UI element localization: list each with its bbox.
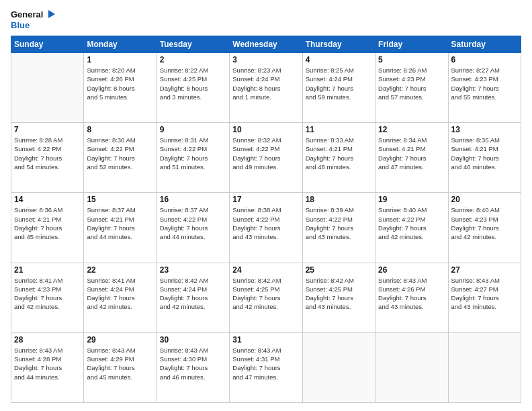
day-info: Sunrise: 8:37 AM Sunset: 4:21 PM Dayligh… xyxy=(87,205,153,241)
day-info: Sunrise: 8:20 AM Sunset: 4:26 PM Dayligh… xyxy=(87,66,153,101)
calendar-cell: 26Sunrise: 8:43 AM Sunset: 4:26 PM Dayli… xyxy=(375,263,448,332)
calendar-cell: 19Sunrise: 8:40 AM Sunset: 4:22 PM Dayli… xyxy=(375,193,448,263)
day-number: 5 xyxy=(378,55,445,64)
day-info: Sunrise: 8:31 AM Sunset: 4:22 PM Dayligh… xyxy=(160,136,226,171)
day-info: Sunrise: 8:40 AM Sunset: 4:23 PM Dayligh… xyxy=(451,205,518,241)
day-info: Sunrise: 8:41 AM Sunset: 4:23 PM Dayligh… xyxy=(14,276,81,312)
calendar-cell: 12Sunrise: 8:34 AM Sunset: 4:21 PM Dayli… xyxy=(375,123,448,193)
logo-graphic: General Blue xyxy=(11,8,56,30)
day-number: 4 xyxy=(306,55,372,64)
logo-blue: Blue xyxy=(11,20,30,30)
calendar-cell: 14Sunrise: 8:36 AM Sunset: 4:21 PM Dayli… xyxy=(11,193,84,263)
weekday-header-tuesday: Tuesday xyxy=(157,36,229,53)
day-number: 21 xyxy=(14,265,81,275)
day-info: Sunrise: 8:30 AM Sunset: 4:22 PM Dayligh… xyxy=(87,136,153,171)
calendar-cell: 22Sunrise: 8:41 AM Sunset: 4:24 PM Dayli… xyxy=(84,263,157,332)
logo: General Blue xyxy=(11,8,56,30)
calendar-cell: 11Sunrise: 8:33 AM Sunset: 4:21 PM Dayli… xyxy=(302,123,375,193)
weekday-header-monday: Monday xyxy=(84,36,157,53)
calendar-cell: 16Sunrise: 8:37 AM Sunset: 4:22 PM Dayli… xyxy=(157,193,229,263)
calendar-cell: 30Sunrise: 8:43 AM Sunset: 4:30 PM Dayli… xyxy=(157,332,229,402)
day-info: Sunrise: 8:43 AM Sunset: 4:26 PM Dayligh… xyxy=(378,276,445,312)
calendar-cell: 5Sunrise: 8:26 AM Sunset: 4:23 PM Daylig… xyxy=(375,53,448,123)
header: General Blue xyxy=(11,8,521,30)
day-number: 31 xyxy=(232,335,299,345)
day-number: 2 xyxy=(160,55,226,64)
week-row-0: 1Sunrise: 8:20 AM Sunset: 4:26 PM Daylig… xyxy=(11,53,521,123)
calendar-cell: 1Sunrise: 8:20 AM Sunset: 4:26 PM Daylig… xyxy=(84,53,157,123)
day-number: 19 xyxy=(378,195,445,204)
day-number: 6 xyxy=(451,55,518,64)
day-info: Sunrise: 8:43 AM Sunset: 4:29 PM Dayligh… xyxy=(87,346,153,381)
day-number: 1 xyxy=(87,55,153,64)
day-info: Sunrise: 8:25 AM Sunset: 4:24 PM Dayligh… xyxy=(306,66,372,101)
calendar-cell: 27Sunrise: 8:43 AM Sunset: 4:27 PM Dayli… xyxy=(448,263,521,332)
day-info: Sunrise: 8:42 AM Sunset: 4:25 PM Dayligh… xyxy=(306,276,372,312)
day-number: 14 xyxy=(14,195,81,204)
day-info: Sunrise: 8:39 AM Sunset: 4:22 PM Dayligh… xyxy=(306,205,372,241)
weekday-header-saturday: Saturday xyxy=(448,36,521,53)
calendar-cell xyxy=(375,332,448,402)
day-info: Sunrise: 8:32 AM Sunset: 4:22 PM Dayligh… xyxy=(232,136,299,171)
calendar-cell: 20Sunrise: 8:40 AM Sunset: 4:23 PM Dayli… xyxy=(448,193,521,263)
day-number: 17 xyxy=(232,195,299,204)
calendar-cell: 17Sunrise: 8:38 AM Sunset: 4:22 PM Dayli… xyxy=(230,193,302,263)
day-number: 16 xyxy=(160,195,226,204)
calendar-cell: 6Sunrise: 8:27 AM Sunset: 4:23 PM Daylig… xyxy=(448,53,521,123)
day-number: 15 xyxy=(87,195,153,204)
day-number: 10 xyxy=(232,125,299,134)
day-info: Sunrise: 8:34 AM Sunset: 4:21 PM Dayligh… xyxy=(378,136,445,171)
day-number: 13 xyxy=(451,125,518,134)
calendar-cell: 21Sunrise: 8:41 AM Sunset: 4:23 PM Dayli… xyxy=(11,263,84,332)
day-number: 11 xyxy=(306,125,372,134)
week-row-2: 14Sunrise: 8:36 AM Sunset: 4:21 PM Dayli… xyxy=(11,193,521,263)
day-number: 18 xyxy=(306,195,372,204)
day-info: Sunrise: 8:40 AM Sunset: 4:22 PM Dayligh… xyxy=(378,205,445,241)
day-number: 24 xyxy=(232,265,299,275)
calendar-cell: 3Sunrise: 8:23 AM Sunset: 4:24 PM Daylig… xyxy=(230,53,302,123)
weekday-header-row: SundayMondayTuesdayWednesdayThursdayFrid… xyxy=(11,36,521,53)
calendar-cell xyxy=(302,332,375,402)
day-number: 25 xyxy=(306,265,372,275)
week-row-1: 7Sunrise: 8:28 AM Sunset: 4:22 PM Daylig… xyxy=(11,123,521,193)
calendar-cell xyxy=(11,53,84,123)
calendar-cell: 4Sunrise: 8:25 AM Sunset: 4:24 PM Daylig… xyxy=(302,53,375,123)
week-row-3: 21Sunrise: 8:41 AM Sunset: 4:23 PM Dayli… xyxy=(11,263,521,332)
calendar-cell: 15Sunrise: 8:37 AM Sunset: 4:21 PM Dayli… xyxy=(84,193,157,263)
calendar-cell: 9Sunrise: 8:31 AM Sunset: 4:22 PM Daylig… xyxy=(157,123,229,193)
calendar-cell: 31Sunrise: 8:43 AM Sunset: 4:31 PM Dayli… xyxy=(230,332,302,402)
day-info: Sunrise: 8:33 AM Sunset: 4:21 PM Dayligh… xyxy=(306,136,372,171)
day-info: Sunrise: 8:35 AM Sunset: 4:21 PM Dayligh… xyxy=(451,136,518,171)
weekday-header-wednesday: Wednesday xyxy=(230,36,302,53)
day-number: 30 xyxy=(160,335,226,345)
calendar-table: SundayMondayTuesdayWednesdayThursdayFrid… xyxy=(11,36,521,403)
calendar-cell: 13Sunrise: 8:35 AM Sunset: 4:21 PM Dayli… xyxy=(448,123,521,193)
day-info: Sunrise: 8:37 AM Sunset: 4:22 PM Dayligh… xyxy=(160,205,226,241)
day-info: Sunrise: 8:43 AM Sunset: 4:30 PM Dayligh… xyxy=(160,346,226,381)
logo-general: General xyxy=(11,9,43,19)
day-number: 28 xyxy=(14,335,81,345)
svg-marker-0 xyxy=(48,10,55,18)
day-info: Sunrise: 8:27 AM Sunset: 4:23 PM Dayligh… xyxy=(451,66,518,101)
day-number: 27 xyxy=(451,265,518,275)
day-info: Sunrise: 8:23 AM Sunset: 4:24 PM Dayligh… xyxy=(232,66,299,101)
weekday-header-friday: Friday xyxy=(375,36,448,53)
day-info: Sunrise: 8:43 AM Sunset: 4:31 PM Dayligh… xyxy=(232,346,299,381)
day-number: 12 xyxy=(378,125,445,134)
weekday-header-sunday: Sunday xyxy=(11,36,84,53)
day-number: 20 xyxy=(451,195,518,204)
day-number: 3 xyxy=(232,55,299,64)
day-info: Sunrise: 8:42 AM Sunset: 4:25 PM Dayligh… xyxy=(232,276,299,312)
day-info: Sunrise: 8:26 AM Sunset: 4:23 PM Dayligh… xyxy=(378,66,445,101)
day-number: 22 xyxy=(87,265,153,275)
calendar-cell: 18Sunrise: 8:39 AM Sunset: 4:22 PM Dayli… xyxy=(302,193,375,263)
day-number: 29 xyxy=(87,335,153,345)
day-info: Sunrise: 8:22 AM Sunset: 4:25 PM Dayligh… xyxy=(160,66,226,101)
calendar-cell: 25Sunrise: 8:42 AM Sunset: 4:25 PM Dayli… xyxy=(302,263,375,332)
calendar-cell: 10Sunrise: 8:32 AM Sunset: 4:22 PM Dayli… xyxy=(230,123,302,193)
day-info: Sunrise: 8:43 AM Sunset: 4:27 PM Dayligh… xyxy=(451,276,518,312)
day-number: 8 xyxy=(87,125,153,134)
day-info: Sunrise: 8:28 AM Sunset: 4:22 PM Dayligh… xyxy=(14,136,81,171)
day-number: 7 xyxy=(14,125,81,134)
day-info: Sunrise: 8:38 AM Sunset: 4:22 PM Dayligh… xyxy=(232,205,299,241)
